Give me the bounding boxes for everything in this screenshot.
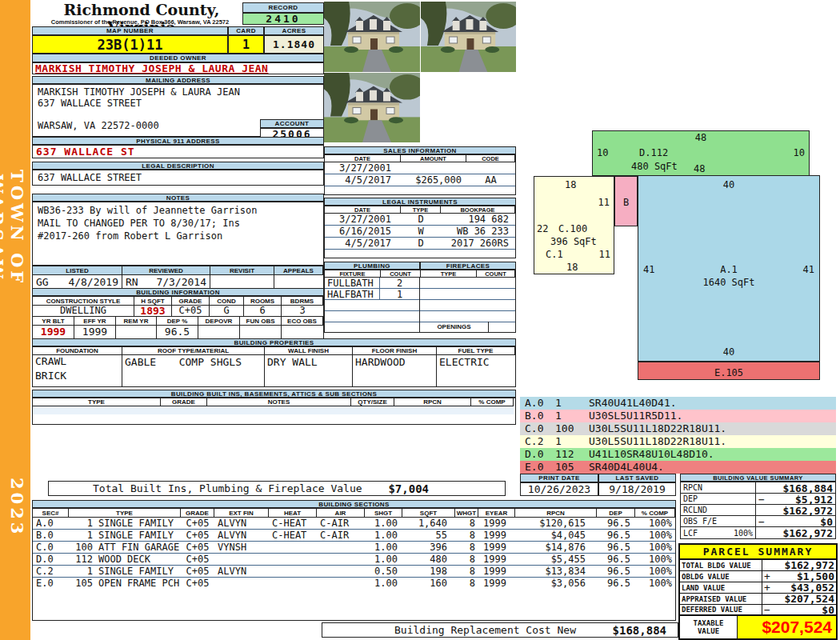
shgt-cell: 1.00	[365, 530, 402, 542]
grade-cell: C+05	[181, 542, 214, 554]
appeals-cell	[274, 275, 323, 289]
sales-row2-date: 4/5/2017	[325, 174, 401, 186]
comp-cell: 100%	[635, 542, 675, 554]
last-saved-label: LAST SAVED	[598, 474, 676, 482]
vs-label: RPCN	[683, 483, 702, 492]
plumbing-empty-row	[325, 300, 419, 311]
sketch-section-e: E.105	[638, 362, 820, 380]
fuel-type-label: FUEL TYPE	[437, 347, 515, 355]
type-name: SINGLE FAMILY	[98, 518, 174, 529]
account-label: ACCOUNT	[260, 119, 324, 128]
vs-sign: −	[758, 494, 765, 506]
grade-cell: C+05	[181, 578, 214, 590]
vs-row3-value-cell: $162,972	[756, 505, 835, 516]
sec-cell: A.0	[33, 518, 69, 530]
col-dep-label: DEP	[597, 509, 635, 518]
building-info-row2: YR BLT EFF YR REM YR DEP % DEPOVR FUN OB…	[32, 316, 324, 339]
d-dim-bottom: 48	[694, 163, 705, 174]
eyear-cell: 1999	[478, 518, 515, 530]
legal-instruments-table: DATE TYPE BOOKPAGE 3/27/2001 D 194 682 6…	[324, 206, 516, 258]
whgt-cell: 8	[455, 566, 478, 578]
listed-cell: GG 4/8/2019	[33, 275, 122, 289]
parcel-label: APPRAISED VALUE	[680, 594, 762, 604]
vs-label: DEP	[683, 494, 698, 503]
remyr-label: REM YR	[116, 317, 157, 326]
heat-cell	[269, 542, 317, 554]
parcel-sign: −	[764, 604, 770, 616]
foundation-line-2: BRICK	[35, 370, 119, 382]
record-label: RECORD	[242, 2, 324, 13]
code-row-e0: E.0 105 SR40D4L40U4.	[520, 461, 836, 474]
plumbing-band: PLUMBING	[324, 262, 420, 270]
a-dim-left: 41	[643, 264, 654, 275]
remyr-value	[116, 326, 157, 338]
heat-cell: C-HEAT	[269, 518, 317, 530]
last-saved-value: 9/18/2019	[598, 482, 676, 496]
fireplace-empty-row	[420, 289, 515, 300]
a-name: A.1	[720, 264, 738, 275]
type-cell: 1SINGLE FAMILY	[69, 530, 181, 542]
air-cell: C-AIR	[317, 530, 365, 542]
built-ins-rpcn-label: RPCN	[394, 398, 471, 406]
type-mult: 105	[69, 578, 93, 589]
construction-style-value: DWELLING	[33, 306, 134, 317]
grade-value: C+05	[172, 306, 210, 317]
eyear-cell: 1999	[478, 554, 515, 566]
instr-type-label: TYPE	[401, 206, 441, 214]
parcel-label: OBLDG VALUE	[680, 571, 762, 582]
type-name: WOOD DECK	[98, 554, 150, 565]
col-extfin-label: EXT FIN	[214, 509, 269, 518]
plumbing-fireplaces-body: FULLBATH 2 HALFBATH 1 OPENINGS	[324, 277, 516, 333]
foundation-value: CRAWL BRICK	[33, 355, 122, 386]
heat-cell: C-HEAT	[269, 530, 317, 542]
code-mult: 100	[555, 422, 574, 435]
code-string: U30SL5U11R5D11.	[589, 410, 682, 422]
d-dim-top: 48	[695, 132, 706, 143]
d-name: D.112	[639, 147, 668, 158]
sales-table: DATE AMOUNT CODE 3/27/2001 4/5/2017 $265…	[324, 154, 516, 195]
air-cell	[317, 578, 365, 590]
c-dim-bottom: 18	[566, 262, 578, 273]
vs-row5-label: LCF100%	[681, 527, 756, 538]
sqft-cell: 1,640	[402, 518, 455, 530]
sales-row1-code	[466, 162, 515, 174]
physical-address-label: PHYSICAL 911 ADDRESS	[32, 137, 324, 145]
b-name: B	[623, 197, 629, 208]
extfin-cell	[214, 554, 269, 566]
code-string: SR40U41L40D41.	[589, 397, 677, 410]
parcel-label: LAND VALUE	[680, 582, 762, 593]
c-dim-right-upper: 11	[598, 197, 610, 208]
sec-cell: D.0	[33, 554, 69, 566]
notes-block: WB36-233 By will of Jeannette Garrison M…	[32, 202, 324, 266]
deeded-owner-value: MARKISH TIMOTHY JOSEPH & LAURA JEAN	[32, 62, 324, 74]
vs-row4-label: OBS F/E	[681, 516, 756, 527]
parcel-summary-title: PARCEL SUMMARY	[680, 545, 836, 560]
openings-value	[489, 322, 515, 332]
listed-by: GG	[36, 276, 49, 288]
code-mult: 105	[555, 461, 574, 474]
col-sec-label: SEC#	[33, 509, 69, 518]
code-string: U30L5SU11L18D22R18U11.	[589, 422, 726, 435]
extfin-cell	[214, 578, 269, 590]
dep-cell: 96.5	[597, 578, 635, 590]
building-info-row1: CONSTRUCTION STYLE H SQFT GRADE COND ROO…	[32, 296, 324, 318]
sales-empty-row	[401, 186, 466, 194]
fixture-2-count: 1	[380, 289, 419, 299]
a-dim-bottom: 40	[723, 346, 734, 358]
fixture-1-count: 2	[380, 278, 419, 288]
replacement-cost-value: $168,884	[613, 624, 666, 637]
property-photo-3	[324, 73, 420, 142]
commissioner-subtitle: Commissioner of the Revenue, PO Box 366,…	[35, 18, 245, 26]
dep-pct-label: DEP %	[157, 317, 198, 326]
e-name: E.105	[714, 365, 743, 382]
property-photo-2	[421, 2, 516, 72]
parcel-row-obldg: OBLDG VALUE +$1,500	[680, 571, 836, 582]
depovr-label: DEPOVR	[198, 317, 240, 326]
sec-cell: B.0	[33, 530, 69, 542]
eyear-cell: 1999	[478, 542, 515, 554]
parcel-label: TOTAL BLDG VALUE	[680, 560, 762, 570]
built-ins-type-label: TYPE	[33, 398, 161, 406]
acres-label: ACRES	[264, 26, 324, 35]
plumbing-row-2: HALFBATH 1	[325, 289, 419, 300]
vs-value: $162,972	[782, 505, 833, 517]
